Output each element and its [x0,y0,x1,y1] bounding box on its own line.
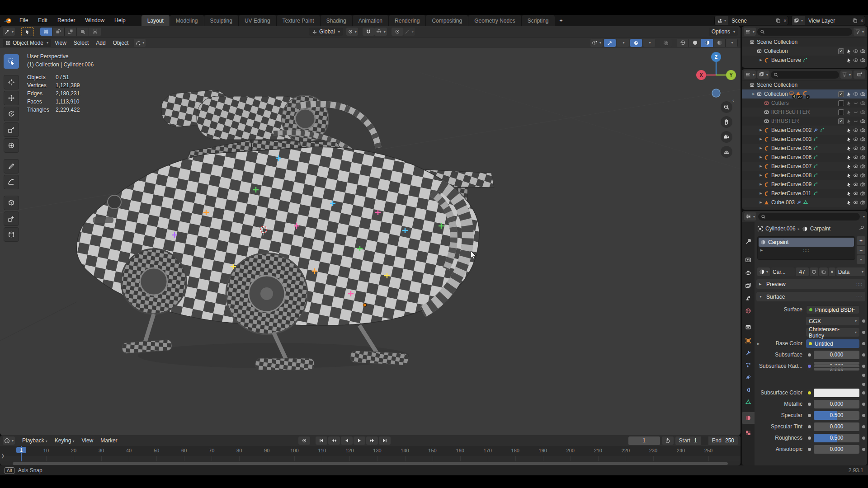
select-icon[interactable] [846,200,852,206]
timeline-scrollbar[interactable] [13,462,728,465]
properties-tab-physics[interactable] [742,371,755,383]
outliner-row[interactable]: Cutters [742,99,867,108]
expand-arrow-icon[interactable]: ▶ [758,201,764,204]
eye-icon[interactable] [853,57,859,63]
expand-arrow-icon[interactable]: ▶ [758,174,764,177]
properties-tab-collection[interactable] [742,321,755,333]
current-frame-indicator[interactable]: 1 [16,447,26,453]
add-slot-button[interactable]: + [857,236,865,245]
properties-tab-constraints[interactable] [742,384,755,396]
outliner-row[interactable]: ▶BezierCurve.006 [742,153,867,162]
expand-arrow-icon[interactable]: ▶ [757,339,760,348]
select-icon[interactable] [846,173,852,178]
properties-filter-icon[interactable]: ▾ [863,215,865,219]
eye-icon[interactable] [853,182,859,188]
new-scene-icon[interactable] [774,18,782,23]
camera-icon[interactable] [860,127,866,133]
tab-shading[interactable]: Shading [321,15,353,26]
camera-icon[interactable] [860,48,866,54]
transform-orientation-dropdown[interactable]: Global▾ [309,28,343,36]
camera-icon[interactable] [860,118,866,124]
properties-tab-particles[interactable] [742,359,755,371]
select-icon[interactable] [846,155,852,160]
transform-gizmos-dropdown[interactable]: ▾ [134,39,146,47]
select-icon[interactable] [846,164,852,169]
checkbox[interactable] [838,109,844,115]
checkbox[interactable] [838,100,844,106]
timeline-menu-playback[interactable]: Playback▾ [19,437,51,444]
outliner-row[interactable]: ▶BezierCurve.007 [742,162,867,171]
new-view-layer-icon[interactable] [851,18,859,23]
menu-edit[interactable]: Edit [34,15,52,26]
color-swatch[interactable] [814,389,859,397]
close-icon[interactable]: × [859,18,865,24]
node-button[interactable]: Principled BSDF [806,305,859,314]
animate-dot[interactable] [862,414,865,417]
sidebar-toggle[interactable]: ‹ [732,98,734,103]
socket-icon[interactable] [806,351,813,359]
view-camera-icon[interactable] [721,131,732,143]
show-object-types-dropdown[interactable]: ▾ [590,39,603,47]
breadcrumb-object[interactable]: Cylinder.006 [765,225,796,232]
breadcrumb-material[interactable]: Carpaint [810,225,830,232]
camera-icon[interactable] [860,136,866,142]
select-icon[interactable] [846,57,852,63]
tab-rendering[interactable]: Rendering [389,15,426,26]
timeline-menu-keying[interactable]: Keying▾ [51,437,78,444]
camera-icon[interactable] [860,164,866,169]
camera-icon[interactable] [860,145,866,151]
eye-icon[interactable] [853,155,859,160]
tab-uv-editing[interactable]: UV Editing [239,15,277,26]
hand-icon[interactable] [721,116,732,128]
tab-texture-paint[interactable]: Texture Paint [277,15,321,26]
close-icon[interactable]: × [782,18,788,24]
eye-closed-icon[interactable] [853,118,859,124]
outliner-row[interactable]: ▶BezierCurve.002 [742,126,867,135]
grid-icon[interactable] [721,146,732,158]
socket-icon[interactable] [806,362,813,371]
eye-icon[interactable] [853,91,859,97]
jump-start-icon[interactable] [316,436,327,445]
expand-arrow-icon[interactable]: ▶ [758,137,764,141]
outliner-search-input[interactable] [757,28,852,36]
select-icon[interactable] [846,136,852,142]
camera-icon[interactable] [860,91,866,97]
tool-move[interactable] [4,91,19,105]
properties-editor-icon[interactable]: ▾ [744,212,756,221]
expand-arrow-icon[interactable]: ▶ [758,164,764,168]
expand-arrow-icon[interactable]: ▶ [758,192,764,195]
timeline-ruler[interactable]: 1020304050607080901001101201301401501601… [0,446,741,456]
panel-preview[interactable]: ▶Preview:::: [756,279,865,289]
viewport-menu-view[interactable]: View [51,40,70,46]
tool-rotate[interactable] [4,107,19,121]
dropdown-field[interactable]: Christensen-Burley▾ [806,328,859,337]
eye-closed-icon[interactable] [853,100,859,106]
select-icon[interactable] [846,191,852,197]
start-frame-field[interactable]: 1 [694,437,701,444]
view-layer-mode-dropdown[interactable]: ▾ [757,70,769,79]
eye-icon[interactable] [853,164,859,169]
eye-icon[interactable] [853,173,859,178]
tab-sculpting[interactable]: Sculpting [204,15,239,26]
properties-tab-render[interactable] [742,254,755,266]
properties-tab-object-data[interactable] [742,396,755,408]
select-icon[interactable] [846,91,852,97]
camera-icon[interactable] [860,57,866,63]
shading-rendered-button[interactable] [713,39,726,47]
outliner-row[interactable]: Scene Collection [742,38,867,47]
value-field[interactable]: 0.100 [814,368,859,371]
select-mode-invert-button[interactable] [77,28,89,36]
play-reverse-icon[interactable] [341,436,353,445]
new-collection-icon[interactable] [854,70,865,79]
jump-end-icon[interactable] [379,436,391,445]
scene-selector[interactable]: ▾ Scene × [714,16,788,25]
gizmos-toggle-button[interactable] [604,39,616,47]
timeline-menu-marker[interactable]: Marker [97,437,121,444]
value-field[interactable]: 0.500 [814,434,859,442]
eye-icon[interactable] [853,136,859,142]
navigation-gizmo[interactable]: Z X Y [695,52,737,100]
tab-scripting[interactable]: Scripting [522,15,555,26]
camera-icon[interactable] [860,100,866,106]
outliner-row[interactable]: ▶BezierCurve.009 [742,180,867,189]
unlink-icon[interactable]: × [829,267,835,276]
